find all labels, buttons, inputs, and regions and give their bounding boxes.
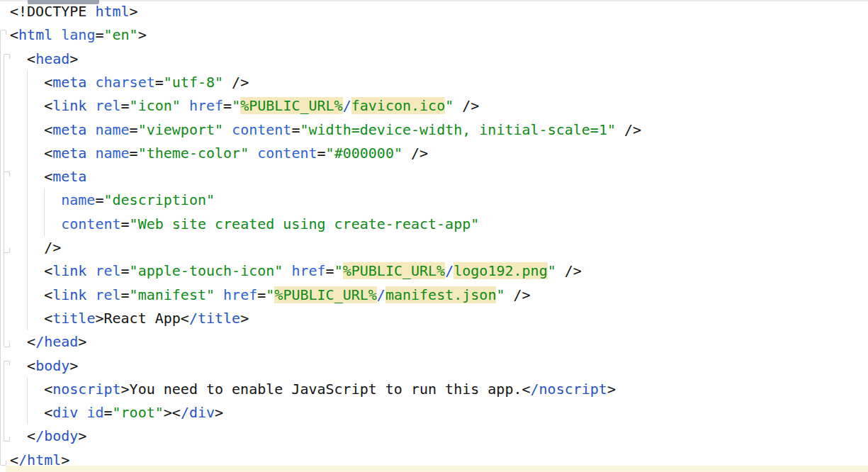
code-token-pln: < [10, 26, 18, 43]
code-token-inj: %PUBLIC_URL% [343, 262, 446, 279]
code-token-att: rel [95, 262, 120, 279]
code-token-tag: meta [52, 145, 86, 162]
code-token-sl: / [377, 286, 385, 303]
code-token-str: " [496, 286, 505, 303]
code-token-pln [181, 97, 189, 114]
code-line[interactable]: name="description" [10, 189, 868, 212]
code-token-pln: = [130, 145, 138, 162]
code-token-str: "utf-8" [164, 74, 223, 91]
code-token-str: "description" [103, 191, 215, 208]
code-token-str: " [232, 97, 240, 114]
code-token-str: " [548, 262, 556, 279]
code-token-pln [10, 215, 61, 232]
code-token-tag: html [95, 3, 129, 20]
code-line[interactable]: <link rel="apple-touch-icon" href="%PUBL… [10, 259, 868, 283]
code-token-pln: > [607, 381, 616, 398]
code-token-tag: div [52, 404, 78, 421]
code-line[interactable]: <body> [10, 354, 868, 378]
code-token-pln [52, 26, 61, 43]
code-token-pln: = [121, 262, 130, 279]
code-token-pln: < [10, 168, 52, 185]
code-line[interactable]: <html lang="en"> [10, 23, 868, 47]
code-token-pln: < [10, 74, 52, 91]
code-line[interactable]: <title>React App</title> [10, 307, 868, 330]
code-token-pln: >You need to enable JavaScript to run th… [121, 381, 531, 398]
code-token-att: lang [61, 26, 95, 43]
code-token-pln: = [95, 191, 103, 208]
code-line[interactable]: <meta name="theme-color" content="#00000… [10, 142, 868, 165]
code-token-pln: >React App< [95, 310, 188, 327]
code-token-pln: < [10, 357, 35, 374]
code-token-pln: = [326, 262, 334, 279]
code-token-str: " [334, 262, 343, 279]
code-editor: <!DOCTYPE html><html lang="en"> <head> <… [0, 0, 868, 472]
code-token-pln: > [138, 26, 147, 43]
code-token-str: "apple-touch-icon" [130, 262, 283, 279]
code-line[interactable]: <noscript>You need to enable JavaScript … [10, 378, 868, 401]
code-token-pln: < [10, 333, 35, 350]
code-line[interactable]: /> [10, 236, 868, 259]
code-line[interactable]: <meta charset="utf-8" /> [10, 71, 868, 94]
code-token-pln [283, 262, 291, 279]
code-token-pln: /> [453, 97, 479, 114]
code-token-pln: /> [505, 286, 530, 303]
code-line[interactable]: </head> [10, 330, 868, 354]
code-token-pln: = [121, 286, 130, 303]
code-token-pln: < [10, 286, 52, 303]
code-lines-layer: <!DOCTYPE html><html lang="en"> <head> <… [0, 0, 868, 472]
code-token-str: "theme-color" [138, 145, 249, 162]
code-token-tag: meta [52, 74, 86, 91]
code-token-pln: < [10, 50, 35, 67]
code-token-pln: > [215, 404, 223, 421]
code-token-pln: = [155, 74, 164, 91]
code-token-pln [86, 121, 95, 138]
code-token-tag: html [18, 26, 52, 43]
code-token-pln: /> [402, 145, 428, 162]
code-line[interactable]: <head> [10, 47, 868, 71]
code-token-inj: %PUBLIC_URL% [240, 97, 343, 114]
code-line[interactable]: <!DOCTYPE html> [10, 0, 868, 23]
code-token-pln: > [78, 427, 86, 444]
code-token-att: id [86, 404, 103, 421]
code-token-att: content [232, 121, 291, 138]
code-token-pln [10, 191, 61, 208]
bottom-strip [6, 466, 868, 472]
code-token-str: "Web site created using create-react-app… [130, 215, 480, 232]
code-token-str: "en" [103, 26, 137, 43]
code-token-inj: manifest.json [385, 286, 497, 303]
code-token-pln: < [10, 262, 52, 279]
code-token-att: href [223, 286, 257, 303]
code-token-tag: /noscript [531, 381, 607, 398]
code-line[interactable]: <meta [10, 165, 868, 189]
code-token-str: "#000000" [326, 145, 402, 162]
code-token-pln: = [130, 121, 138, 138]
code-line[interactable]: </body> [10, 425, 868, 448]
code-token-sl: / [343, 97, 351, 114]
code-token-tag: meta [52, 121, 86, 138]
code-token-att: href [291, 262, 325, 279]
code-token-tag: /div [181, 404, 215, 421]
code-token-tag: /body [35, 427, 78, 444]
code-token-att: content [257, 145, 317, 162]
code-token-att: name [95, 145, 129, 162]
code-token-tag: body [35, 357, 69, 374]
code-token-pln: = [121, 97, 130, 114]
code-token-pln: < [10, 97, 52, 114]
code-token-pln: = [121, 215, 130, 232]
code-line[interactable]: <div id="root"></div> [10, 401, 868, 425]
code-token-pln [249, 145, 257, 162]
code-token-pln: < [10, 381, 52, 398]
code-line[interactable]: <link rel="icon" href="%PUBLIC_URL%/favi… [10, 94, 868, 118]
code-token-str: "icon" [130, 97, 181, 114]
code-line[interactable]: content="Web site created using create-r… [10, 213, 868, 236]
code-token-str: "viewport" [138, 121, 223, 138]
code-token-att: name [61, 191, 95, 208]
code-token-pln: < [10, 427, 35, 444]
code-token-pln: < [10, 145, 52, 162]
code-token-pln: > [78, 333, 86, 350]
code-token-pln: < [10, 404, 52, 421]
code-token-pln [86, 145, 95, 162]
code-line[interactable]: <link rel="manifest" href="%PUBLIC_URL%/… [10, 283, 868, 307]
code-line[interactable]: <meta name="viewport" content="width=dev… [10, 118, 868, 142]
code-token-pln [86, 262, 95, 279]
